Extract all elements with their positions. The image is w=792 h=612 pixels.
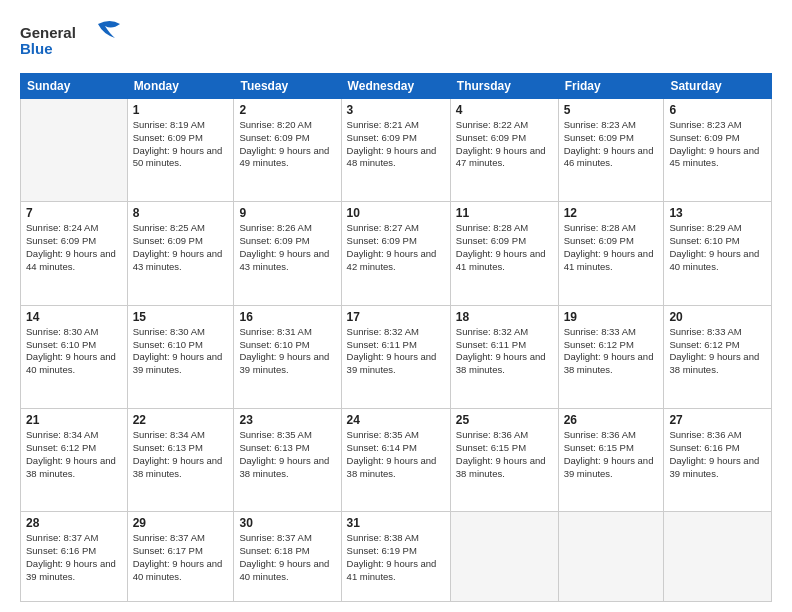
day-info: Sunrise: 8:35 AMSunset: 6:14 PMDaylight:…	[347, 429, 445, 480]
day-number: 19	[564, 310, 659, 324]
day-number: 9	[239, 206, 335, 220]
day-info: Sunrise: 8:28 AMSunset: 6:09 PMDaylight:…	[456, 222, 553, 273]
calendar-cell	[450, 512, 558, 602]
day-number: 18	[456, 310, 553, 324]
day-info: Sunrise: 8:34 AMSunset: 6:12 PMDaylight:…	[26, 429, 122, 480]
day-info: Sunrise: 8:26 AMSunset: 6:09 PMDaylight:…	[239, 222, 335, 273]
calendar-cell: 4Sunrise: 8:22 AMSunset: 6:09 PMDaylight…	[450, 99, 558, 202]
week-row: 7Sunrise: 8:24 AMSunset: 6:09 PMDaylight…	[21, 202, 772, 305]
calendar-cell: 13Sunrise: 8:29 AMSunset: 6:10 PMDayligh…	[664, 202, 772, 305]
calendar-cell: 7Sunrise: 8:24 AMSunset: 6:09 PMDaylight…	[21, 202, 128, 305]
day-info: Sunrise: 8:36 AMSunset: 6:16 PMDaylight:…	[669, 429, 766, 480]
day-info: Sunrise: 8:38 AMSunset: 6:19 PMDaylight:…	[347, 532, 445, 583]
calendar-cell: 10Sunrise: 8:27 AMSunset: 6:09 PMDayligh…	[341, 202, 450, 305]
calendar-cell: 14Sunrise: 8:30 AMSunset: 6:10 PMDayligh…	[21, 305, 128, 408]
day-info: Sunrise: 8:32 AMSunset: 6:11 PMDaylight:…	[456, 326, 553, 377]
calendar-cell: 9Sunrise: 8:26 AMSunset: 6:09 PMDaylight…	[234, 202, 341, 305]
calendar-cell: 1Sunrise: 8:19 AMSunset: 6:09 PMDaylight…	[127, 99, 234, 202]
day-info: Sunrise: 8:29 AMSunset: 6:10 PMDaylight:…	[669, 222, 766, 273]
day-number: 29	[133, 516, 229, 530]
svg-text:General: General	[20, 24, 76, 41]
day-info: Sunrise: 8:22 AMSunset: 6:09 PMDaylight:…	[456, 119, 553, 170]
day-number: 2	[239, 103, 335, 117]
day-number: 25	[456, 413, 553, 427]
calendar-cell: 15Sunrise: 8:30 AMSunset: 6:10 PMDayligh…	[127, 305, 234, 408]
calendar-cell: 21Sunrise: 8:34 AMSunset: 6:12 PMDayligh…	[21, 409, 128, 512]
day-info: Sunrise: 8:35 AMSunset: 6:13 PMDaylight:…	[239, 429, 335, 480]
calendar-cell: 29Sunrise: 8:37 AMSunset: 6:17 PMDayligh…	[127, 512, 234, 602]
weekday-header: Friday	[558, 74, 664, 99]
day-info: Sunrise: 8:32 AMSunset: 6:11 PMDaylight:…	[347, 326, 445, 377]
day-info: Sunrise: 8:36 AMSunset: 6:15 PMDaylight:…	[564, 429, 659, 480]
weekday-header: Tuesday	[234, 74, 341, 99]
calendar-cell: 27Sunrise: 8:36 AMSunset: 6:16 PMDayligh…	[664, 409, 772, 512]
calendar-cell	[664, 512, 772, 602]
calendar-cell: 28Sunrise: 8:37 AMSunset: 6:16 PMDayligh…	[21, 512, 128, 602]
weekday-header-row: SundayMondayTuesdayWednesdayThursdayFrid…	[21, 74, 772, 99]
day-number: 7	[26, 206, 122, 220]
logo-text: General Blue	[20, 16, 140, 63]
day-info: Sunrise: 8:36 AMSunset: 6:15 PMDaylight:…	[456, 429, 553, 480]
calendar-cell: 18Sunrise: 8:32 AMSunset: 6:11 PMDayligh…	[450, 305, 558, 408]
calendar-cell: 22Sunrise: 8:34 AMSunset: 6:13 PMDayligh…	[127, 409, 234, 512]
day-number: 11	[456, 206, 553, 220]
day-info: Sunrise: 8:37 AMSunset: 6:18 PMDaylight:…	[239, 532, 335, 583]
calendar-cell: 23Sunrise: 8:35 AMSunset: 6:13 PMDayligh…	[234, 409, 341, 512]
day-info: Sunrise: 8:28 AMSunset: 6:09 PMDaylight:…	[564, 222, 659, 273]
day-info: Sunrise: 8:34 AMSunset: 6:13 PMDaylight:…	[133, 429, 229, 480]
day-info: Sunrise: 8:21 AMSunset: 6:09 PMDaylight:…	[347, 119, 445, 170]
weekday-header: Saturday	[664, 74, 772, 99]
day-number: 1	[133, 103, 229, 117]
weekday-header: Sunday	[21, 74, 128, 99]
day-number: 14	[26, 310, 122, 324]
day-number: 21	[26, 413, 122, 427]
calendar-cell: 20Sunrise: 8:33 AMSunset: 6:12 PMDayligh…	[664, 305, 772, 408]
day-number: 30	[239, 516, 335, 530]
calendar-cell: 31Sunrise: 8:38 AMSunset: 6:19 PMDayligh…	[341, 512, 450, 602]
logo-svg: General Blue	[20, 16, 140, 61]
day-info: Sunrise: 8:23 AMSunset: 6:09 PMDaylight:…	[669, 119, 766, 170]
calendar: SundayMondayTuesdayWednesdayThursdayFrid…	[20, 73, 772, 602]
day-number: 13	[669, 206, 766, 220]
day-info: Sunrise: 8:31 AMSunset: 6:10 PMDaylight:…	[239, 326, 335, 377]
day-number: 22	[133, 413, 229, 427]
day-info: Sunrise: 8:23 AMSunset: 6:09 PMDaylight:…	[564, 119, 659, 170]
weekday-header: Monday	[127, 74, 234, 99]
day-info: Sunrise: 8:27 AMSunset: 6:09 PMDaylight:…	[347, 222, 445, 273]
day-info: Sunrise: 8:30 AMSunset: 6:10 PMDaylight:…	[133, 326, 229, 377]
day-number: 3	[347, 103, 445, 117]
day-info: Sunrise: 8:24 AMSunset: 6:09 PMDaylight:…	[26, 222, 122, 273]
day-number: 23	[239, 413, 335, 427]
calendar-cell: 11Sunrise: 8:28 AMSunset: 6:09 PMDayligh…	[450, 202, 558, 305]
day-number: 8	[133, 206, 229, 220]
day-number: 26	[564, 413, 659, 427]
week-row: 14Sunrise: 8:30 AMSunset: 6:10 PMDayligh…	[21, 305, 772, 408]
calendar-cell: 24Sunrise: 8:35 AMSunset: 6:14 PMDayligh…	[341, 409, 450, 512]
day-info: Sunrise: 8:33 AMSunset: 6:12 PMDaylight:…	[669, 326, 766, 377]
calendar-cell: 8Sunrise: 8:25 AMSunset: 6:09 PMDaylight…	[127, 202, 234, 305]
day-info: Sunrise: 8:19 AMSunset: 6:09 PMDaylight:…	[133, 119, 229, 170]
calendar-cell: 17Sunrise: 8:32 AMSunset: 6:11 PMDayligh…	[341, 305, 450, 408]
calendar-cell: 25Sunrise: 8:36 AMSunset: 6:15 PMDayligh…	[450, 409, 558, 512]
week-row: 1Sunrise: 8:19 AMSunset: 6:09 PMDaylight…	[21, 99, 772, 202]
weekday-header: Thursday	[450, 74, 558, 99]
calendar-cell: 2Sunrise: 8:20 AMSunset: 6:09 PMDaylight…	[234, 99, 341, 202]
calendar-cell: 19Sunrise: 8:33 AMSunset: 6:12 PMDayligh…	[558, 305, 664, 408]
day-number: 12	[564, 206, 659, 220]
logo: General Blue	[20, 16, 140, 63]
day-info: Sunrise: 8:20 AMSunset: 6:09 PMDaylight:…	[239, 119, 335, 170]
day-number: 5	[564, 103, 659, 117]
day-info: Sunrise: 8:30 AMSunset: 6:10 PMDaylight:…	[26, 326, 122, 377]
calendar-cell: 6Sunrise: 8:23 AMSunset: 6:09 PMDaylight…	[664, 99, 772, 202]
calendar-cell: 26Sunrise: 8:36 AMSunset: 6:15 PMDayligh…	[558, 409, 664, 512]
svg-text:Blue: Blue	[20, 40, 53, 57]
calendar-cell	[558, 512, 664, 602]
day-number: 24	[347, 413, 445, 427]
day-number: 6	[669, 103, 766, 117]
day-number: 4	[456, 103, 553, 117]
day-info: Sunrise: 8:37 AMSunset: 6:16 PMDaylight:…	[26, 532, 122, 583]
header: General Blue	[20, 16, 772, 63]
day-number: 10	[347, 206, 445, 220]
page: General Blue SundayMondayTuesdayWednesda…	[0, 0, 792, 612]
calendar-cell: 30Sunrise: 8:37 AMSunset: 6:18 PMDayligh…	[234, 512, 341, 602]
